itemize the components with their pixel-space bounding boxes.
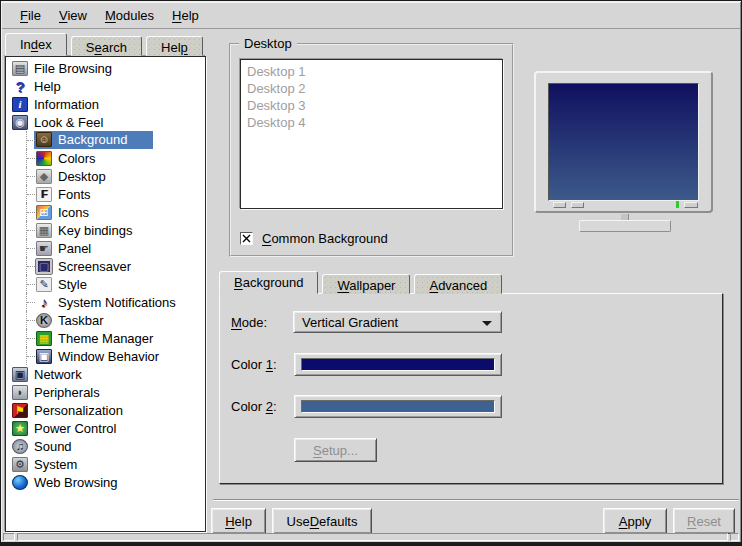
tree-item-background[interactable]: ☺Background	[6, 131, 205, 149]
power-control-icon: ★	[12, 421, 28, 436]
tree-item-screensaver[interactable]: ▢Screensaver	[6, 257, 205, 275]
tree-item-network[interactable]: ▣Network	[6, 365, 205, 383]
tab-help[interactable]: Help	[146, 36, 203, 56]
tab-wallpaper[interactable]: Wallpaper	[322, 274, 410, 294]
settings-tab-bar: Background Wallpaper Advanced	[219, 270, 506, 294]
tree-branch-line	[6, 257, 36, 275]
tree-item-label: Theme Manager	[58, 331, 153, 346]
system-notifications-icon: ♪	[36, 295, 52, 310]
window-behavior-icon: ▣	[36, 349, 52, 364]
desktop-list[interactable]: Desktop 1Desktop 2Desktop 3Desktop 4	[240, 59, 503, 209]
tree-item-system[interactable]: ⚙System	[6, 455, 205, 473]
personalization-icon: ⚑	[12, 403, 28, 418]
desktop-groupbox: Desktop Desktop 1Desktop 2Desktop 3Deskt…	[229, 43, 514, 257]
tree-item-key-bindings[interactable]: ▦Key bindings	[6, 221, 205, 239]
tree-item-file-browsing[interactable]: ▤File Browsing	[6, 59, 205, 77]
tree-item-label: Power Control	[34, 421, 116, 436]
menu-file[interactable]: File	[11, 4, 50, 27]
background-icon: ☺	[36, 132, 52, 147]
status-segment	[17, 533, 728, 541]
tree-item-content: iInformation	[12, 97, 99, 112]
tree-branch-line	[6, 311, 36, 329]
tree-item-content: ⚙System	[12, 457, 77, 472]
chevron-down-icon	[482, 321, 492, 326]
tree-item-content: ▣Window Behavior	[36, 349, 159, 364]
tree-item-label: Desktop	[58, 169, 106, 184]
tree-item-label: Look & Feel	[34, 115, 103, 130]
mode-dropdown[interactable]: Vertical Gradient	[293, 311, 502, 333]
tree-item-label: Information	[34, 97, 99, 112]
tree-item-content: ▤File Browsing	[12, 61, 112, 76]
tab-index[interactable]: Index	[5, 33, 67, 56]
resize-grip[interactable]	[730, 533, 739, 541]
tree-item-icons[interactable]: ⊞Icons	[6, 203, 205, 221]
tree-item-content: ★Power Control	[12, 421, 116, 436]
tree-item-peripherals[interactable]: ◗Peripherals	[6, 383, 205, 401]
apply-button[interactable]: Apply	[603, 508, 667, 534]
tree-item-label: System Notifications	[58, 295, 176, 310]
tree-item-web-browsing[interactable]: Web Browsing	[6, 473, 205, 491]
category-tree: ▤File Browsing?HelpiInformation◉Look & F…	[5, 56, 206, 532]
style-icon: ✎	[36, 277, 52, 292]
information-icon: i	[12, 97, 28, 112]
footer-separator	[213, 499, 739, 501]
network-icon: ▣	[12, 367, 28, 382]
monitor-button	[553, 202, 566, 208]
tree-item-personalization[interactable]: ⚑Personalization	[6, 401, 205, 419]
tree-branch-line	[6, 293, 36, 311]
color1-label: Color 1:	[231, 357, 294, 372]
menu-help[interactable]: Help	[163, 4, 208, 27]
tree-item-information[interactable]: iInformation	[6, 95, 205, 113]
tree-item-theme-manager[interactable]: ▦Theme Manager	[6, 329, 205, 347]
tree-item-label: Web Browsing	[34, 475, 118, 490]
tree-item-look-feel[interactable]: ◉Look & Feel	[6, 113, 205, 131]
tree-branch-line	[6, 167, 36, 185]
tree-item-power-control[interactable]: ★Power Control	[6, 419, 205, 437]
icons-icon: ⊞	[36, 205, 52, 220]
tree-item-system-notifications[interactable]: ♪System Notifications	[6, 293, 205, 311]
tree-branch-line	[6, 329, 36, 347]
preview-screen	[548, 83, 699, 201]
tree-item-desktop[interactable]: ◆Desktop	[6, 167, 205, 185]
desktop-list-item: Desktop 2	[247, 80, 496, 97]
tree-item-label: Network	[34, 367, 82, 382]
color1-swatch	[301, 358, 495, 371]
tab-background[interactable]: Background	[219, 271, 318, 294]
color2-label: Color 2:	[231, 399, 294, 414]
tree-branch-line	[6, 275, 36, 293]
tree-item-fonts[interactable]: FFonts	[6, 185, 205, 203]
peripherals-icon: ◗	[12, 385, 28, 400]
tree-item-sound[interactable]: ♫Sound	[6, 437, 205, 455]
tree-branch-line	[6, 203, 36, 221]
tree-item-window-behavior[interactable]: ▣Window Behavior	[6, 347, 205, 365]
tree-item-label: Style	[58, 277, 87, 292]
setup-button[interactable]: Setup...	[294, 438, 377, 462]
use-defaults-button[interactable]: Use Defaults	[272, 508, 372, 534]
tree-item-style[interactable]: ✎Style	[6, 275, 205, 293]
tree-item-label: Background	[58, 132, 127, 147]
tree-item-colors[interactable]: Colors	[6, 149, 205, 167]
color1-button[interactable]	[294, 353, 502, 376]
tree-item-label: Personalization	[34, 403, 123, 418]
menu-view[interactable]: View	[50, 4, 96, 27]
tree-item-content: Colors	[36, 151, 96, 166]
tree-item-content: ?Help	[12, 79, 61, 94]
monitor-power-led	[676, 201, 679, 208]
tree-item-content: ◆Desktop	[36, 169, 106, 184]
tree-item-label: System	[34, 457, 77, 472]
tree-item-taskbar[interactable]: KTaskbar	[6, 311, 205, 329]
system-icon: ⚙	[12, 457, 28, 472]
menu-modules[interactable]: Modules	[96, 4, 163, 27]
common-background-label: Common Background	[262, 231, 388, 246]
reset-button[interactable]: Reset	[673, 508, 735, 534]
status-bar	[1, 532, 741, 542]
tab-search[interactable]: Search	[71, 36, 142, 56]
tab-advanced[interactable]: Advanced	[414, 274, 502, 294]
tree-item-help[interactable]: ?Help	[6, 77, 205, 95]
tree-item-label: Taskbar	[58, 313, 104, 328]
monitor-button	[571, 202, 584, 208]
common-background-checkbox[interactable]	[240, 232, 253, 245]
color2-button[interactable]	[294, 395, 502, 418]
help-button[interactable]: Help	[211, 508, 266, 534]
tree-item-panel[interactable]: ☛Panel	[6, 239, 205, 257]
